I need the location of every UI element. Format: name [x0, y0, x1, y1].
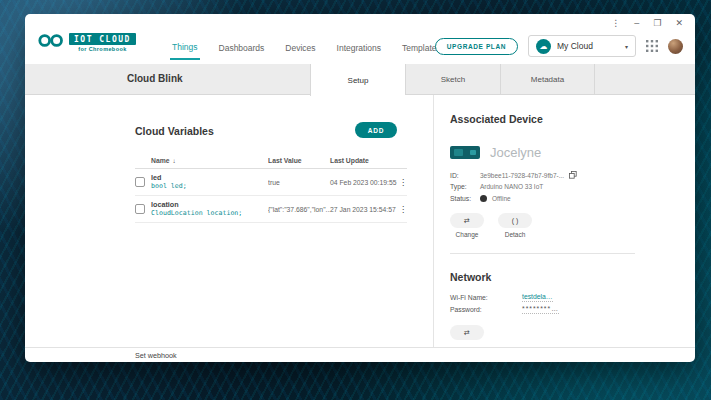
header-actions: UPGRADE PLAN ☁ My Cloud ▾	[435, 35, 683, 57]
app-window: ⋮ – ❐ ✕ IOT CLOUD for Chromebook Things …	[25, 14, 695, 362]
offline-status-icon	[480, 195, 487, 202]
device-status-label: Status:	[450, 195, 480, 202]
board-thumbnail-image	[450, 146, 480, 159]
row-checkbox-cell	[135, 200, 151, 218]
thing-footer: Set webhook	[25, 347, 695, 362]
row-checkbox-cell	[135, 173, 151, 191]
variables-table-header: Name↓ Last Value Last Update	[135, 153, 407, 169]
window-menu-icon[interactable]: ⋮	[611, 18, 620, 28]
variable-last-update: 04 Feb 2023 00:19:55	[330, 179, 397, 186]
associated-device-heading: Associated Device	[450, 113, 543, 125]
variable-declaration: bool led;	[151, 182, 268, 191]
column-divider	[433, 95, 434, 347]
workspace-label: My Cloud	[557, 41, 593, 51]
device-status-row: Status: Offline	[450, 195, 511, 202]
arduino-infinity-icon	[37, 33, 65, 48]
tab-setup[interactable]: Setup	[310, 64, 405, 96]
table-row-location[interactable]: location CloudLocation location; {"lat":…	[135, 196, 407, 223]
minimize-icon[interactable]: –	[634, 18, 639, 28]
password-row: Password: ********…	[450, 305, 559, 314]
arduino-iot-cloud-logo: IOT CLOUD for Chromebook	[37, 33, 136, 52]
password-label: Password:	[450, 306, 522, 313]
nav-item-integrations[interactable]: Integrations	[335, 35, 383, 59]
variable-name-cell: led bool led;	[151, 173, 268, 191]
section-divider	[450, 253, 635, 254]
device-actions: ⇄ ( )	[450, 213, 532, 228]
logo-text-block: IOT CLOUD for Chromebook	[69, 33, 136, 52]
device-type-label: Type:	[450, 183, 480, 190]
logo-subtitle: for Chromebook	[69, 46, 136, 52]
change-device-button[interactable]: ⇄	[450, 213, 484, 228]
cloud-variables-heading: Cloud Variables	[135, 125, 214, 137]
thing-header-bar: Cloud Blink Setup Sketch Metadata	[25, 64, 695, 95]
thing-tabs: Setup Sketch Metadata	[310, 64, 595, 95]
cloud-icon: ☁	[536, 39, 551, 54]
variable-declaration: CloudLocation location;	[151, 209, 268, 218]
upgrade-plan-button[interactable]: UPGRADE PLAN	[435, 38, 518, 55]
variable-name: led	[151, 173, 268, 182]
variable-last-value: true	[268, 179, 330, 186]
maximize-icon[interactable]: ❐	[653, 18, 661, 28]
nav-item-dashboards[interactable]: Dashboards	[217, 35, 267, 59]
set-webhook-link[interactable]: Set webhook	[135, 351, 177, 360]
row-kebab-menu-icon[interactable]: ⋮	[397, 205, 407, 214]
wifi-name-row: Wi-Fi Name: testdela…	[450, 293, 553, 302]
row-checkbox[interactable]	[135, 204, 145, 214]
column-header-last-value: Last Value	[268, 157, 330, 164]
apps-grid-icon[interactable]	[646, 40, 658, 52]
copy-icon[interactable]	[569, 171, 577, 179]
password-value: ********…	[522, 305, 559, 314]
device-name: Jocelyne	[490, 145, 541, 160]
tab-sketch[interactable]: Sketch	[405, 64, 500, 95]
device-summary: Jocelyne	[450, 145, 541, 160]
device-type-value: Arduino NANO 33 IoT	[480, 183, 543, 190]
logo-title: IOT CLOUD	[69, 33, 136, 45]
name-header-label: Name	[151, 157, 170, 164]
variable-last-value: {"lat":"37.686","lon"...	[268, 206, 330, 213]
device-id-row: ID: 3e9bee11-7928-47b7-9fb7-...	[450, 171, 577, 179]
device-type-row: Type: Arduino NANO 33 IoT	[450, 183, 543, 190]
window-titlebar: ⋮ – ❐ ✕	[25, 14, 695, 32]
close-icon[interactable]: ✕	[675, 18, 683, 28]
app-header: IOT CLOUD for Chromebook Things Dashboar…	[25, 32, 695, 64]
page-title: Cloud Blink	[127, 73, 183, 84]
table-row-led[interactable]: led bool led; true 04 Feb 2023 00:19:55 …	[135, 169, 407, 196]
main-content: Cloud Variables ADD Name↓ Last Value Las…	[25, 95, 695, 347]
device-id-value: 3e9bee11-7928-47b7-9fb7-...	[480, 172, 564, 179]
nav-item-things[interactable]: Things	[170, 34, 200, 60]
add-variable-button[interactable]: ADD	[355, 122, 397, 138]
column-header-last-update: Last Update	[330, 157, 397, 164]
right-panel: Associated Device Jocelyne ID: 3e9bee11-…	[450, 95, 635, 347]
row-kebab-menu-icon[interactable]: ⋮	[397, 178, 407, 187]
variable-name: location	[151, 200, 268, 209]
main-nav: Things Dashboards Devices Integrations T…	[170, 32, 443, 62]
detach-caption: Detach	[498, 231, 532, 238]
device-action-captions: Change Detach	[450, 231, 532, 238]
detach-device-button[interactable]: ( )	[498, 213, 532, 228]
wifi-name-label: Wi-Fi Name:	[450, 294, 522, 301]
network-heading: Network	[450, 271, 491, 283]
device-status-value: Offline	[492, 195, 511, 202]
column-header-name[interactable]: Name↓	[151, 157, 268, 164]
wifi-name-value: testdela…	[522, 293, 553, 302]
variable-name-cell: location CloudLocation location;	[151, 200, 268, 218]
change-network-button[interactable]: ⇄	[450, 325, 484, 340]
tab-metadata[interactable]: Metadata	[500, 64, 595, 95]
variables-table: Name↓ Last Value Last Update led bool le…	[135, 153, 407, 223]
row-checkbox[interactable]	[135, 177, 145, 187]
workspace-dropdown[interactable]: ☁ My Cloud ▾	[528, 35, 636, 57]
sort-desc-icon: ↓	[173, 157, 176, 164]
device-id-label: ID:	[450, 172, 480, 179]
variable-last-update: 27 Jan 2023 15:54:57	[330, 206, 397, 213]
chevron-down-icon: ▾	[625, 43, 628, 50]
nav-item-devices[interactable]: Devices	[283, 35, 317, 59]
user-avatar[interactable]	[668, 39, 683, 54]
desktop-background: ⋮ – ❐ ✕ IOT CLOUD for Chromebook Things …	[0, 0, 711, 400]
change-caption: Change	[450, 231, 484, 238]
